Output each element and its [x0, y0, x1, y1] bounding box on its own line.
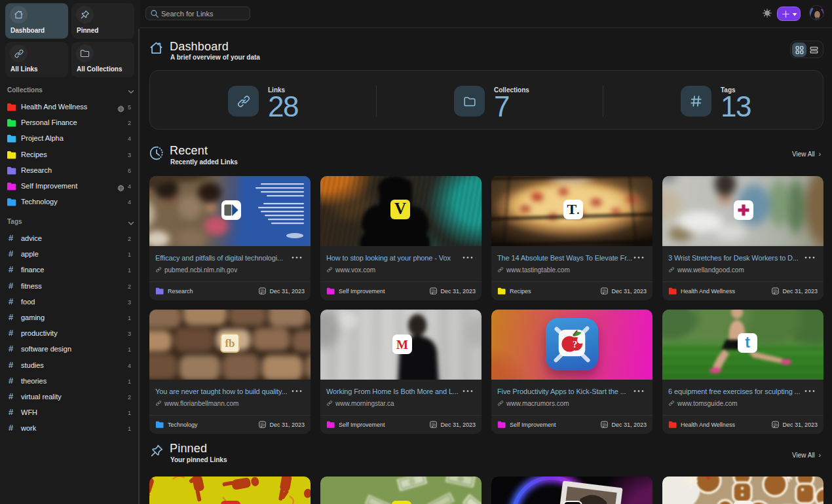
svg-text:?: ?	[573, 339, 577, 350]
